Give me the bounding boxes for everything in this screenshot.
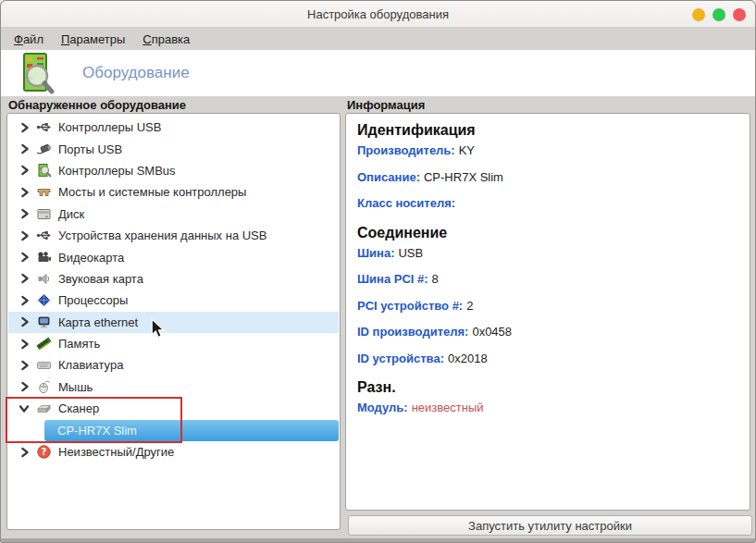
info-field: ID производителя:0x0458 (357, 325, 738, 352)
usb-port-icon (35, 142, 52, 157)
toolbar-title: Оборудование (82, 64, 190, 82)
info-field-value: CP-HR7X Slim (424, 170, 503, 184)
info-section-title: Разн. (357, 377, 738, 401)
info-field-label: Производитель: (357, 143, 455, 157)
ethernet-icon (35, 315, 52, 330)
info-field: Описание:CP-HR7X Slim (357, 170, 738, 197)
menu-item-0[interactable]: Файл (7, 31, 50, 48)
menu-item-1[interactable]: Параметры (55, 31, 131, 48)
chevron-right-icon[interactable] (19, 143, 30, 154)
chevron-right-icon[interactable] (19, 273, 30, 284)
tree-row[interactable]: Память (8, 333, 339, 354)
selected-device-highlight[interactable]: CP-HR7X Slim (44, 420, 339, 441)
tree-row[interactable]: ?Неизвестный/Другие (8, 441, 339, 463)
tree-row[interactable]: Видеокарта (8, 246, 339, 267)
window-title: Настройка оборудования (307, 7, 449, 21)
tree-row[interactable]: Сканер (8, 398, 339, 419)
chevron-right-icon[interactable] (19, 122, 30, 133)
cpu-icon (35, 292, 52, 308)
mouse-icon (35, 379, 52, 395)
tree-row[interactable]: Порты USB (8, 138, 339, 159)
chevron-right-icon[interactable] (19, 230, 30, 241)
chevron-right-icon[interactable] (19, 339, 30, 350)
tree-row[interactable]: Мосты и системные контроллеры (8, 181, 339, 203)
tree-item-label: Контроллеры USB (58, 120, 161, 134)
info-field-value: USB (398, 246, 423, 260)
tree-item-label: CP-HR7X Slim (57, 424, 137, 438)
close-button[interactable] (733, 8, 746, 21)
chevron-right-icon[interactable] (19, 208, 30, 219)
tree-item-label: Устройства хранения данных на USB (58, 228, 266, 242)
info-field-value: 0x0458 (472, 325, 512, 339)
info-field-label: Описание: (357, 170, 420, 184)
tree-item-label: Процессоры (58, 293, 128, 307)
tree-row[interactable]: Клавиатура (8, 354, 339, 376)
scanner-icon (35, 401, 52, 416)
info-field-label: Класс носителя: (357, 196, 455, 210)
tree-item-label: Мосты и системные контроллеры (58, 185, 246, 199)
maximize-button[interactable] (713, 8, 725, 21)
tree-row[interactable]: Диск (8, 204, 339, 225)
chevron-right-icon[interactable] (19, 316, 30, 327)
chevron-right-icon[interactable] (19, 187, 30, 198)
info-field-label: Модуль: (357, 401, 408, 414)
information-header: Информация (347, 98, 425, 112)
tree-row[interactable]: Устройства хранения данных на USB (8, 225, 339, 246)
tree-row-device[interactable]: CP-HR7X Slim (8, 419, 339, 440)
unknown-icon: ? (35, 444, 52, 460)
chevron-right-icon[interactable] (19, 447, 30, 458)
info-section-title: Соединение (357, 223, 738, 246)
tree-item-label: Мышь (58, 380, 93, 394)
info-field: Класс носителя: (357, 196, 738, 223)
tree-row[interactable]: Мышь (8, 376, 339, 398)
menu-bar: ФайлПараметрыСправка (1, 29, 755, 50)
disk-icon (35, 206, 52, 222)
window-buttons (692, 1, 746, 28)
chevron-right-icon[interactable] (19, 381, 30, 392)
menu-item-2[interactable]: Справка (136, 31, 196, 48)
info-field-label: PCI устройство #: (357, 299, 463, 313)
info-field: Шина PCI #:8 (357, 272, 738, 299)
chevron-right-icon[interactable] (19, 295, 30, 306)
info-field-label: Шина: (357, 246, 394, 260)
info-field-label: Шина PCI #: (357, 272, 428, 286)
chevron-right-icon[interactable] (19, 165, 30, 176)
svg-text:?: ? (41, 447, 46, 457)
info-field: Производитель:KY (357, 143, 738, 170)
info-section-title: Идентификация (357, 120, 738, 143)
tree-item-label: Диск (58, 207, 84, 221)
detected-hardware-header: Обнаруженное оборудование (8, 98, 186, 112)
titlebar[interactable]: Настройка оборудования (1, 1, 755, 28)
info-field-label: ID производителя: (357, 325, 468, 339)
tree-row[interactable]: Контроллеры SMBus (8, 160, 339, 181)
tree-item-label: Порты USB (58, 142, 122, 156)
chevron-right-icon[interactable] (19, 252, 30, 263)
sound-card-icon (35, 271, 52, 287)
tree-item-label: Звуковая карта (58, 272, 143, 286)
keyboard-icon (35, 357, 52, 373)
hardware-settings-window: Настройка оборудования ФайлПараметрыСпра… (0, 0, 756, 543)
minimize-button[interactable] (692, 8, 705, 21)
hardware-tree: Контроллеры USBПорты USBКонтроллеры SMBu… (6, 113, 341, 530)
info-field-value: KY (459, 143, 475, 157)
info-field-value: 2 (466, 299, 473, 313)
info-field-value: неизвестный (412, 401, 484, 414)
info-panel: ИдентификацияПроизводитель:KYОписание:CP… (345, 113, 750, 511)
circuit-board-icon (35, 163, 52, 179)
tree-row[interactable]: Контроллеры USB (8, 117, 339, 138)
tree-item-label: Клавиатура (58, 358, 123, 372)
tree-item-label: Сканер (58, 401, 99, 415)
tree-row[interactable]: Звуковая карта (8, 268, 339, 290)
tree-row[interactable]: Карта ethernet (8, 312, 339, 333)
memory-icon (35, 336, 52, 352)
tree-item-label: Видеокарта (58, 251, 124, 265)
info-field-value: 0x2018 (448, 352, 488, 365)
chevron-right-icon[interactable] (19, 360, 30, 371)
tree-row[interactable]: Процессоры (8, 290, 339, 311)
tree-item-label: Карта ethernet (58, 315, 138, 329)
chevron-down-icon[interactable] (19, 403, 30, 413)
info-field: Шина:USB (357, 246, 738, 273)
window-bottom-edge (1, 538, 755, 542)
run-config-utility-button[interactable]: Запустить утилиту настройки (348, 515, 752, 536)
info-field: PCI устройство #:2 (357, 299, 738, 326)
